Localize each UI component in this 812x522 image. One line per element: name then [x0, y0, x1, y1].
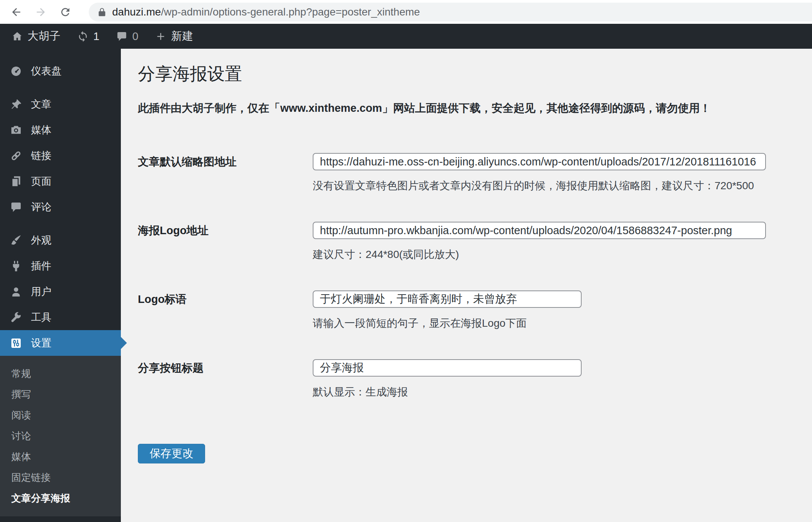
lock-icon	[97, 7, 107, 17]
browser-toolbar: dahuzi.me/wp-admin/options-general.php?p…	[0, 0, 812, 24]
field-help: 请输入一段简短的句子，显示在海报Logo下面	[313, 317, 582, 330]
settings-submenu: 常规 撰写 阅读 讨论 媒体 固定链接 文章分享海报	[0, 356, 121, 516]
settings-sliders-icon	[9, 336, 23, 350]
new-label: 新建	[171, 29, 193, 44]
browser-reload-button[interactable]	[59, 6, 72, 19]
submenu-item-share-poster[interactable]: 文章分享海报	[0, 488, 121, 509]
sidebar-item-dashboard[interactable]: 仪表盘	[0, 58, 121, 84]
sidebar-item-label: 用户	[31, 285, 51, 298]
media-camera-icon	[9, 123, 23, 137]
chain-link-icon	[9, 149, 23, 162]
reload-icon	[59, 6, 71, 18]
field-help: 没有设置文章特色图片或者文章内没有图片的时候，海报使用默认缩略图，建议尺寸：72…	[313, 179, 766, 192]
sidebar-item-users[interactable]: 用户	[0, 279, 121, 304]
sidebar-item-label: 链接	[31, 149, 51, 162]
poster-logo-url-input[interactable]	[313, 222, 766, 239]
back-arrow-icon	[10, 6, 22, 18]
share-button-title-input[interactable]	[313, 359, 582, 377]
browser-back-button[interactable]	[10, 6, 23, 19]
url-text: dahuzi.me/wp-admin/options-general.php?p…	[112, 6, 420, 18]
home-icon	[11, 31, 23, 42]
logo-slogan-input[interactable]	[313, 290, 582, 308]
submenu-item-media[interactable]: 媒体	[0, 446, 121, 467]
field-help: 默认显示：生成海报	[313, 386, 582, 398]
sidebar-item-media[interactable]: 媒体	[0, 117, 121, 143]
sidebar-item-label: 文章	[31, 97, 51, 111]
admin-bar-site-menu[interactable]: 大胡子	[11, 29, 60, 44]
sidebar-item-label: 设置	[31, 336, 51, 350]
settings-page: 分享海报设置 此插件由大胡子制作，仅在「www.xintheme.com」网站上…	[121, 49, 812, 522]
default-thumbnail-url-input[interactable]	[313, 153, 766, 170]
sidebar-item-settings[interactable]: 设置	[0, 330, 121, 356]
browser-forward-button[interactable]	[34, 6, 47, 19]
submenu-item-writing[interactable]: 撰写	[0, 384, 121, 405]
update-count: 1	[93, 30, 99, 43]
sidebar-item-comments[interactable]: 评论	[0, 194, 121, 220]
form-row-logo-slogan: Logo标语 请输入一段简短的句子，显示在海报Logo下面	[138, 290, 812, 330]
comment-bubble-icon	[116, 31, 128, 42]
address-bar[interactable]: dahuzi.me/wp-admin/options-general.php?p…	[89, 3, 812, 22]
poster-settings-form: 文章默认缩略图地址 没有设置文章特色图片或者文章内没有图片的时候，海报使用默认缩…	[138, 153, 812, 463]
form-row-share-button-title: 分享按钮标题 默认显示：生成海报	[138, 359, 812, 398]
wrench-icon	[9, 310, 23, 324]
admin-bar-comments[interactable]: 0	[116, 30, 138, 43]
sidebar-item-tools[interactable]: 工具	[0, 304, 121, 330]
admin-bar-updates[interactable]: 1	[77, 30, 99, 43]
submenu-item-discussion[interactable]: 讨论	[0, 426, 121, 446]
field-label: 海报Logo地址	[138, 222, 313, 261]
plugin-notice: 此插件由大胡子制作，仅在「www.xintheme.com」网站上面提供下载，安…	[138, 101, 812, 115]
sidebar-item-plugins[interactable]: 插件	[0, 253, 121, 279]
sidebar-item-label: 评论	[31, 200, 51, 214]
field-help: 建议尺寸：244*80(或同比放大)	[313, 248, 766, 261]
wp-admin-bar: 大胡子 1 0 新建	[0, 24, 812, 49]
sidebar-item-label: 插件	[31, 259, 51, 273]
form-row-poster-logo: 海报Logo地址 建议尺寸：244*80(或同比放大)	[138, 222, 812, 261]
comments-icon	[9, 200, 23, 214]
field-label: 文章默认缩略图地址	[138, 153, 313, 192]
user-icon	[9, 285, 23, 298]
sidebar-item-pages[interactable]: 页面	[0, 168, 121, 194]
submenu-item-general[interactable]: 常规	[0, 363, 121, 384]
field-label: Logo标语	[138, 290, 313, 330]
comment-count: 0	[132, 30, 138, 43]
form-row-default-thumbnail: 文章默认缩略图地址 没有设置文章特色图片或者文章内没有图片的时候，海报使用默认缩…	[138, 153, 812, 192]
update-icon	[77, 31, 89, 42]
plus-icon	[155, 31, 167, 42]
wp-sidebar-menu: 仪表盘 文章 媒体 链接	[0, 49, 121, 522]
sidebar-item-links[interactable]: 链接	[0, 143, 121, 168]
sidebar-item-label: 工具	[31, 310, 51, 324]
pages-icon	[9, 175, 23, 188]
url-domain: dahuzi.me	[112, 6, 161, 18]
dashboard-icon	[9, 64, 23, 78]
admin-bar-new[interactable]: 新建	[155, 29, 193, 44]
brush-icon	[9, 233, 23, 247]
page-title: 分享海报设置	[138, 64, 812, 83]
site-name: 大胡子	[28, 29, 60, 44]
save-changes-button[interactable]: 保存更改	[138, 444, 205, 463]
plug-icon	[9, 259, 23, 273]
forward-arrow-icon	[35, 6, 47, 18]
sidebar-item-label: 外观	[31, 233, 51, 247]
submenu-item-reading[interactable]: 阅读	[0, 405, 121, 426]
sidebar-item-label: 媒体	[31, 123, 51, 137]
sidebar-item-appearance[interactable]: 外观	[0, 227, 121, 253]
url-path: /wp-admin/options-general.php?page=poste…	[161, 6, 420, 18]
sidebar-item-posts[interactable]: 文章	[0, 91, 121, 117]
submenu-item-permalinks[interactable]: 固定链接	[0, 467, 121, 488]
sidebar-item-label: 仪表盘	[31, 64, 62, 78]
sidebar-item-label: 页面	[31, 175, 51, 188]
field-label: 分享按钮标题	[138, 359, 313, 398]
posts-pin-icon	[9, 97, 23, 111]
